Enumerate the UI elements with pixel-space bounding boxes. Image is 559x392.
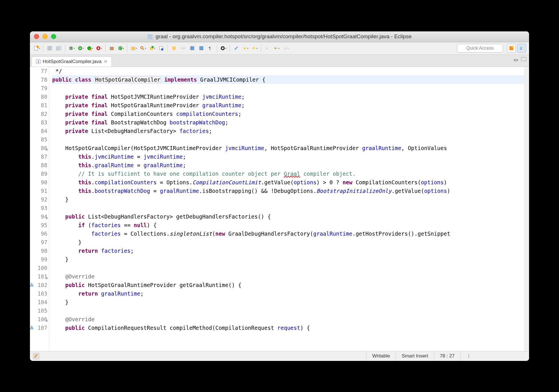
tab-title: HotSpotGraalCompiler.java [43,59,102,64]
overview-ruler[interactable] [524,67,529,351]
status-bar: Writable Smart Insert 78 : 27 ⋮ [30,351,529,361]
svg-rect-17 [131,47,135,50]
back-button[interactable] [272,44,280,52]
maximize-window-button[interactable] [51,34,56,39]
svg-rect-24 [172,47,176,50]
status-menu[interactable]: ⋮ [460,351,472,361]
svg-rect-28 [193,47,194,50]
show-whitespace-button[interactable]: ¶ [206,44,214,52]
open-perspective-button[interactable] [507,44,516,53]
svg-text:C: C [119,47,121,50]
toggle-block-button[interactable] [197,44,205,52]
run-button[interactable] [77,44,85,52]
svg-rect-14 [110,47,114,50]
prev-annotation-button[interactable] [250,44,258,52]
line-number-gutter[interactable]: 7778798081828384858687888990919293949596… [30,67,49,351]
java-file-icon: J [36,59,40,64]
save-button[interactable] [46,44,54,52]
svg-marker-40 [30,326,33,329]
svg-rect-11 [90,49,92,50]
tab-close-button[interactable]: ✕ [104,59,108,64]
next-annotation-button[interactable] [241,44,249,52]
svg-text:¶: ¶ [209,46,211,50]
svg-marker-34 [243,48,246,50]
svg-rect-27 [191,47,192,50]
svg-point-21 [151,46,154,48]
svg-point-32 [222,47,224,49]
coverage-button[interactable] [86,44,94,52]
java-file-icon [147,34,153,39]
maximize-editor-button[interactable] [521,57,526,61]
external-tools-button[interactable] [95,44,103,52]
svg-marker-35 [252,47,255,49]
minimize-editor-button[interactable]: ▭ [514,57,519,61]
svg-point-23 [161,48,163,50]
toggle-mark-button[interactable] [170,44,178,52]
status-cursor-position: 78 : 27 [434,351,460,361]
code-area[interactable]: */public class HotSpotGraalCompiler impl… [49,67,524,351]
minimize-window-button[interactable] [42,34,48,39]
forward-button[interactable] [281,44,289,52]
main-toolbar: C ¶ Quick Access J [30,42,529,55]
editor-tab-active[interactable]: J HotSpotGraalCompiler.java ✕ [32,56,112,66]
svg-rect-2 [47,46,52,50]
editor-tabs: J HotSpotGraalCompiler.java ✕ ▭ [30,55,529,67]
task-button[interactable] [157,44,165,52]
svg-point-26 [183,47,185,49]
open-type-button[interactable] [130,44,138,52]
svg-rect-4 [57,46,61,50]
window-title: graal - org.graalvm.compiler.hotspot/src… [30,33,529,40]
svg-point-25 [181,47,183,49]
toggle-whitespace-button[interactable] [188,44,196,52]
java-perspective-button[interactable]: J [517,44,526,53]
new-package-button[interactable] [108,44,116,52]
pin-button[interactable] [232,44,240,52]
search-button[interactable] [139,44,147,52]
profile-button[interactable] [219,44,227,52]
titlebar[interactable]: graal - org.graalvm.compiler.hotspot/src… [30,31,529,42]
last-edit-button[interactable] [263,44,271,52]
debug-button[interactable] [68,44,76,52]
close-window-button[interactable] [34,34,39,39]
status-writable: Writable [366,351,396,361]
new-button[interactable] [33,44,41,52]
save-all-button[interactable] [55,44,63,52]
quick-access-field[interactable]: Quick Access [457,44,503,52]
svg-point-41 [35,357,36,358]
window-controls [34,34,56,39]
new-class-button[interactable]: C [117,44,125,52]
svg-rect-29 [200,47,203,50]
perspective-switcher: J [507,44,526,53]
eclipse-window: graal - org.graalvm.compiler.hotspot/src… [30,31,529,361]
annotate-button[interactable] [148,44,156,52]
toggle-breadcrumb-button[interactable] [179,44,187,52]
svg-marker-39 [30,283,33,286]
svg-rect-1 [37,46,39,48]
svg-line-33 [235,47,238,50]
svg-point-18 [141,47,143,49]
svg-line-19 [143,49,144,50]
svg-rect-37 [512,46,514,48]
code-editor[interactable]: 7778798081828384858687888990919293949596… [30,67,529,351]
status-insert-mode: Smart Insert [396,351,434,361]
svg-text:J: J [520,47,522,50]
feed-icon[interactable] [33,353,40,359]
